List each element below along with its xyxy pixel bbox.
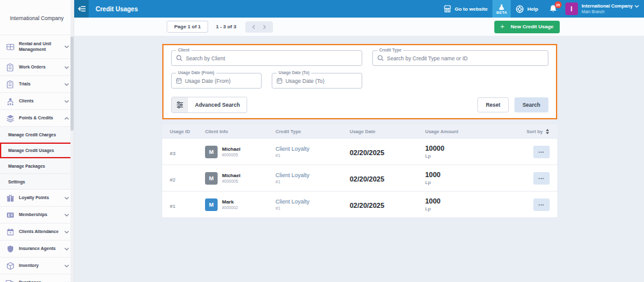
page-title: Credit Usages [96,6,138,13]
sidebar: International Company Rental and Unit Ma… [0,0,74,282]
sliders-icon [172,97,188,112]
page-indicator[interactable]: Page 1 of 1 [167,21,208,33]
chevron-down-icon [64,214,69,217]
client-search-field[interactable]: Client [171,50,362,66]
sidebar-item-work-orders[interactable]: Work Orders [0,59,74,76]
sidebar-item-points-credits[interactable]: Points & Credits [0,110,74,127]
header-usage-date: Usage Date [350,129,425,134]
chevron-down-icon [635,5,639,8]
gift-icon [6,194,14,202]
credit-type-id: #1 [275,153,350,158]
new-credit-usage-button[interactable]: + New Credit Usage [494,21,560,33]
usage-id: #2 [170,177,175,183]
avatar: M [205,146,218,158]
avatar: M [205,172,218,185]
rental-unit-icon [6,43,14,51]
header-usage-amount: Usage Amount [425,129,518,134]
row-actions-button[interactable]: ••• [533,198,550,211]
submenu-item-manage-credit-charges[interactable]: Manage Credit Charges [0,127,74,143]
calendar-icon [277,77,282,84]
sidebar-item-clients-attendance[interactable]: Clients Attendance [0,224,74,241]
chevron-down-icon [64,45,69,48]
layers-icon [6,114,14,122]
help-button[interactable]: Help [511,0,543,18]
client-id: #000005 [222,179,240,183]
usage-id: #1 [170,203,175,209]
usage-amount: 1000 [425,197,518,205]
submenu-item-settings[interactable]: Settings [0,174,74,190]
client-search-input[interactable] [186,55,357,62]
user-menu[interactable]: I International Company Main Branch [563,0,644,18]
go-to-website-button[interactable]: Go to website [438,0,492,18]
scrollbar-thumb[interactable] [70,36,74,131]
branch-label: Main Branch [582,9,639,14]
sidebar-item-inventory[interactable]: Inventory [0,258,74,274]
sidebar-scrollbar[interactable] [70,0,74,282]
points-credits-submenu: Manage Credit Charges Manage Credit Usag… [0,127,74,190]
sidebar-item-trials[interactable]: Trials [0,76,74,93]
main-content: Client Credit Type Usage Date (From) Usa… [74,36,644,282]
usage-date-to-input[interactable] [286,78,357,84]
collapse-sidebar-button[interactable] [74,0,89,18]
client-name: Mark [222,199,238,205]
usage-unit: Lp [425,180,518,185]
sort-by-control[interactable]: Sort by [526,129,550,134]
client-id: #000005 [222,153,240,157]
credit-type-name: Client Loyalty [275,172,350,180]
credit-type-search-input[interactable] [387,55,543,62]
usage-date: 02/20/2025 [350,175,384,183]
company-name: International Company [10,14,64,23]
table-row[interactable]: #3 M Michael #000005 Client Loyalty #1 0… [162,138,557,165]
client-id: #000002 [222,205,238,210]
notifications-button[interactable]: 28 [543,0,563,18]
company-logo: International Company [0,0,74,35]
row-actions-button[interactable]: ••• [533,146,550,158]
plus-icon: + [501,23,504,30]
toolbar-strip: Page 1 of 1 1 - 3 of 3 + New Credit Usag… [74,18,644,36]
beta-badge[interactable]: BETA [492,0,511,18]
cube-icon [6,262,14,270]
truck-icon [6,279,14,282]
table-row[interactable]: #1 M Mark #000002 Client Loyalty #1 02/2… [162,191,557,217]
sidebar-item-clients[interactable]: Clients [0,93,74,110]
usage-amount: 10000 [425,144,518,153]
search-button[interactable]: Search [514,97,548,112]
prev-page-button[interactable] [252,24,255,30]
notification-count-badge: 28 [555,1,562,8]
clipboard-icon [6,80,14,89]
help-globe-icon [516,5,524,13]
more-icon: ••• [538,176,544,180]
submenu-item-manage-credit-usages[interactable]: Manage Credit Usages [0,143,74,158]
people-icon [6,97,14,106]
search-icon [176,55,182,62]
credit-type-search-field[interactable]: Credit Type [372,50,548,66]
advanced-search-button[interactable]: Advanced Search [171,97,247,113]
sort-icon [545,129,550,134]
usage-date-from-field[interactable]: Usage Date (From) [171,73,262,89]
table-row[interactable]: #2 M Michael #000005 Client Loyalty #1 0… [162,165,557,191]
credit-type-id: #1 [275,206,350,210]
usage-date-to-field[interactable]: Usage Date (To) [272,73,362,89]
chevron-down-icon [64,83,69,86]
sidebar-item-memberships[interactable]: Memberships [0,207,74,224]
topbar: Credit Usages Go to website BETA Help 28… [74,0,644,18]
chevron-down-icon [64,100,69,103]
id-card-icon [6,211,14,219]
filter-panel: Client Credit Type Usage Date (From) Usa… [162,44,557,119]
next-page-button[interactable] [263,24,266,30]
submenu-item-manage-packages[interactable]: Manage Packages [0,158,74,174]
header-credit-type: Credit Type [275,129,350,134]
chevron-down-icon [64,66,69,69]
usage-date-from-input[interactable] [185,78,257,84]
sidebar-item-rental-and-unit-management[interactable]: Rental and Unit Management [0,35,74,59]
reset-button[interactable]: Reset [477,97,508,112]
row-actions-button[interactable]: ••• [533,172,550,185]
topbar-company-name: International Company [582,3,633,9]
sidebar-item-loyalty-points[interactable]: Loyalty Points [0,190,74,207]
sidebar-item-purchases[interactable]: Purchases [0,274,74,282]
sidebar-item-insurance-agents[interactable]: Insurance Agents [0,241,74,258]
menu-collapse-icon [77,6,86,12]
flask-icon [499,4,504,10]
avatar: M [205,198,218,211]
table-body: #3 M Michael #000005 Client Loyalty #1 0… [162,138,557,217]
